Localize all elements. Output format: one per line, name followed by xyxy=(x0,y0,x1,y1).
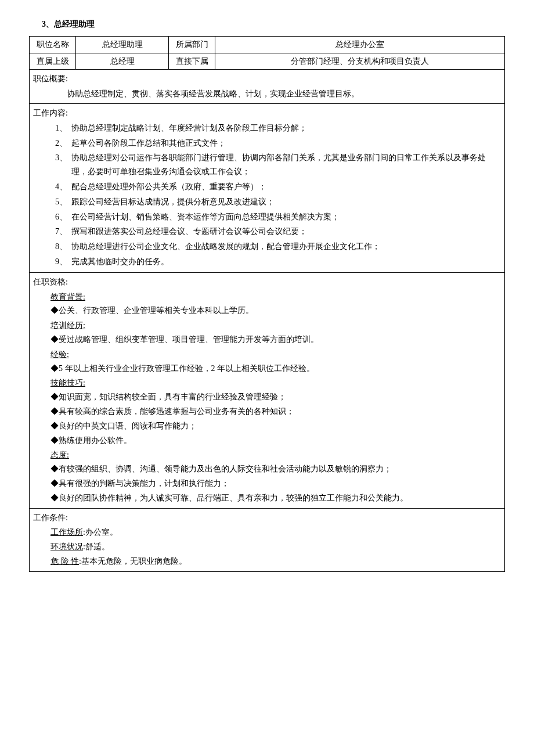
attitude-item: ◆良好的团队协作精神，为人诚实可靠、品行端正、具有亲和力，较强的独立工作能力和公… xyxy=(33,491,501,505)
training-heading: 培训经历: xyxy=(33,319,501,333)
conditions-label: 工作条件: xyxy=(33,511,501,525)
skills-item: ◆知识面宽，知识结构较全面，具有丰富的行业经验及管理经验； xyxy=(33,390,501,404)
work-item: 1、协助总经理制定战略计划、年度经营计划及各阶段工作目标分解； xyxy=(55,121,501,135)
position-name-label: 职位名称 xyxy=(30,36,76,53)
attitude-item: ◆具有很强的判断与决策能力，计划和执行能力； xyxy=(33,477,501,491)
subordinate-value: 分管部门经理、分支机构和项目负责人 xyxy=(215,53,505,70)
qualification-label: 任职资格: xyxy=(33,275,501,289)
experience-item: ◆5 年以上相关行业企业行政管理工作经验，2 年以上相关职位工作经验。 xyxy=(33,362,501,376)
header-row-2: 直属上级 总经理 直接下属 分管部门经理、分支机构和项目负责人 xyxy=(30,53,505,70)
work-item: 6、在公司经营计划、销售策略、资本运作等方面向总经理提供相关解决方案； xyxy=(55,210,501,224)
education-heading: 教育背景: xyxy=(33,290,501,304)
conditions-cell: 工作条件: 工作场所:办公室。 环境状况:舒适。 危 险 性:基本无危险，无职业… xyxy=(30,508,505,571)
work-item: 9、完成其他临时交办的任务。 xyxy=(55,255,501,269)
skills-item: ◆熟练使用办公软件。 xyxy=(33,434,501,448)
training-item: ◆受过战略管理、组织变革管理、项目管理、管理能力开发等方面的培训。 xyxy=(33,333,501,347)
department-label: 所属部门 xyxy=(169,36,215,53)
overview-cell: 职位概要: 协助总经理制定、贯彻、落实各项经营发展战略、计划，实现企业经营管理目… xyxy=(30,70,505,104)
skills-item: ◆良好的中英文口语、阅读和写作能力； xyxy=(33,419,501,433)
condition-item: 环境状况:舒适。 xyxy=(33,540,501,554)
skills-item: ◆具有较高的综合素质，能够迅速掌握与公司业务有关的各种知识； xyxy=(33,405,501,419)
work-item: 3、协助总经理对公司运作与各职能部门进行管理、协调内部各部门关系，尤其是业务部门… xyxy=(55,151,501,179)
overview-text: 协助总经理制定、贯彻、落实各项经营发展战略、计划，实现企业经营管理目标。 xyxy=(33,87,501,101)
supervisor-label: 直属上级 xyxy=(30,53,76,70)
overview-label: 职位概要: xyxy=(33,72,501,86)
job-spec-table: 职位名称 总经理助理 所属部门 总经理办公室 直属上级 总经理 直接下属 分管部… xyxy=(29,36,505,572)
work-item: 7、撰写和跟进落实公司总经理会议、专题研讨会议等公司会议纪要； xyxy=(55,225,501,239)
condition-item: 工作场所:办公室。 xyxy=(33,525,501,539)
education-item: ◆公关、行政管理、企业管理等相关专业本科以上学历。 xyxy=(33,304,501,318)
work-item: 4、配合总经理处理外部公共关系（政府、重要客户等）； xyxy=(55,180,501,194)
work-content-label: 工作内容: xyxy=(33,106,501,120)
condition-item: 危 险 性:基本无危险，无职业病危险。 xyxy=(33,555,501,568)
qualification-cell: 任职资格: 教育背景: ◆公关、行政管理、企业管理等相关专业本科以上学历。 培训… xyxy=(30,272,505,508)
skills-heading: 技能技巧: xyxy=(33,376,501,390)
header-row-1: 职位名称 总经理助理 所属部门 总经理办公室 xyxy=(30,36,505,53)
work-content-list: 1、协助总经理制定战略计划、年度经营计划及各阶段工作目标分解； 2、起草公司各阶… xyxy=(33,121,501,269)
position-name-value: 总经理助理 xyxy=(76,36,169,53)
work-item: 5、跟踪公司经营目标达成情况，提供分析意见及改进建议； xyxy=(55,195,501,209)
work-item: 2、起草公司各阶段工作总结和其他正式文件； xyxy=(55,136,501,150)
supervisor-value: 总经理 xyxy=(76,53,169,70)
attitude-heading: 态度: xyxy=(33,448,501,462)
experience-heading: 经验: xyxy=(33,348,501,362)
work-item: 8、协助总经理进行公司企业文化、企业战略发展的规划，配合管理办开展企业文化工作； xyxy=(55,240,501,254)
work-content-cell: 工作内容: 1、协助总经理制定战略计划、年度经营计划及各阶段工作目标分解； 2、… xyxy=(30,103,505,272)
document-title: 3、总经理助理 xyxy=(42,17,505,31)
attitude-item: ◆有较强的组织、协调、沟通、领导能力及出色的人际交往和社会活动能力以及敏锐的洞察… xyxy=(33,462,501,476)
department-value: 总经理办公室 xyxy=(215,36,505,53)
subordinate-label: 直接下属 xyxy=(169,53,215,70)
